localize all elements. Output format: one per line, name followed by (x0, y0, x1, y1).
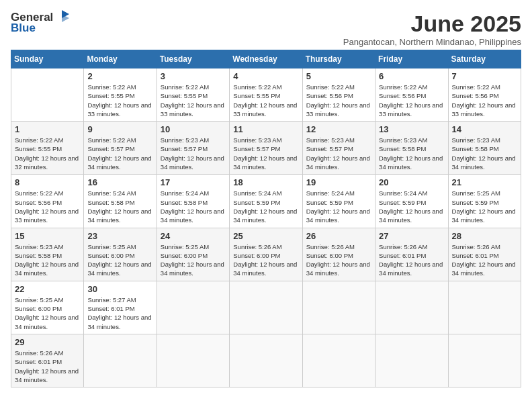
table-row: 21 Sunrise: 5:25 AMSunset: 5:59 PMDaylig… (448, 175, 521, 228)
day-number: 24 (161, 231, 226, 241)
day-info: Sunrise: 5:23 AMSunset: 5:58 PMDaylight:… (452, 136, 516, 171)
day-number: 11 (233, 124, 298, 134)
day-number: 30 (87, 284, 152, 294)
day-info: Sunrise: 5:26 AMSunset: 6:01 PMDaylight:… (452, 243, 516, 277)
calendar-row: 8 Sunrise: 5:22 AMSunset: 5:56 PMDayligh… (11, 175, 521, 228)
day-info: Sunrise: 5:24 AMSunset: 5:59 PMDaylight:… (306, 189, 370, 224)
day-info: Sunrise: 5:25 AMSunset: 6:00 PMDaylight:… (15, 296, 79, 330)
day-info: Sunrise: 5:22 AMSunset: 5:56 PMDaylight:… (15, 189, 79, 224)
table-row: 25 Sunrise: 5:26 AMSunset: 6:00 PMDaylig… (230, 228, 302, 281)
day-info: Sunrise: 5:23 AMSunset: 5:58 PMDaylight:… (15, 243, 79, 277)
day-info: Sunrise: 5:22 AMSunset: 5:56 PMDaylight:… (379, 83, 443, 118)
day-number: 17 (161, 177, 226, 187)
table-row: 9 Sunrise: 5:22 AMSunset: 5:57 PMDayligh… (84, 122, 157, 175)
calendar-row: 1 Sunrise: 5:22 AMSunset: 5:55 PMDayligh… (11, 122, 521, 175)
day-info: Sunrise: 5:26 AMSunset: 6:00 PMDaylight:… (306, 243, 370, 277)
table-row: 17 Sunrise: 5:24 AMSunset: 5:58 PMDaylig… (157, 175, 229, 228)
col-friday: Friday (375, 50, 448, 68)
table-row (375, 334, 448, 387)
day-number: 3 (161, 71, 226, 81)
day-info: Sunrise: 5:25 AMSunset: 6:00 PMDaylight:… (87, 243, 151, 277)
day-number: 16 (87, 177, 152, 187)
table-row: 23 Sunrise: 5:25 AMSunset: 6:00 PMDaylig… (84, 228, 157, 281)
day-number: 10 (161, 124, 226, 134)
day-number: 13 (379, 124, 444, 134)
table-row: 15 Sunrise: 5:23 AMSunset: 5:58 PMDaylig… (11, 228, 84, 281)
table-row: 3 Sunrise: 5:22 AMSunset: 5:55 PMDayligh… (157, 68, 229, 122)
day-info: Sunrise: 5:22 AMSunset: 5:55 PMDaylight:… (233, 83, 297, 118)
day-number: 14 (452, 124, 517, 134)
page-container: General Blue June 2025 Pangantocan, Nort… (11, 11, 521, 387)
table-row: 13 Sunrise: 5:23 AMSunset: 5:58 PMDaylig… (375, 122, 448, 175)
day-info: Sunrise: 5:23 AMSunset: 5:58 PMDaylight:… (379, 136, 443, 171)
col-tuesday: Tuesday (157, 50, 229, 68)
table-row (302, 334, 375, 387)
day-number: 20 (379, 177, 444, 187)
day-info: Sunrise: 5:22 AMSunset: 5:55 PMDaylight:… (87, 83, 151, 118)
table-row: 8 Sunrise: 5:22 AMSunset: 5:56 PMDayligh… (11, 175, 84, 228)
day-number: 27 (379, 231, 444, 241)
day-info: Sunrise: 5:22 AMSunset: 5:56 PMDaylight:… (306, 83, 370, 118)
table-row: 26 Sunrise: 5:26 AMSunset: 6:00 PMDaylig… (302, 228, 375, 281)
table-row: 7 Sunrise: 5:22 AMSunset: 5:56 PMDayligh… (448, 68, 521, 122)
table-row (230, 281, 302, 334)
day-info: Sunrise: 5:23 AMSunset: 5:57 PMDaylight:… (233, 136, 297, 171)
calendar-row: 22 Sunrise: 5:25 AMSunset: 6:00 PMDaylig… (11, 281, 521, 334)
day-number: 15 (15, 231, 80, 241)
table-row (157, 334, 229, 387)
table-row (11, 68, 84, 122)
title-section: June 2025 Pangantocan, Northern Mindanao… (343, 11, 521, 47)
day-number: 29 (15, 337, 80, 347)
day-info: Sunrise: 5:23 AMSunset: 5:57 PMDaylight:… (161, 136, 224, 171)
col-wednesday: Wednesday (230, 50, 302, 68)
table-row: 22 Sunrise: 5:25 AMSunset: 6:00 PMDaylig… (11, 281, 84, 334)
day-number: 7 (452, 71, 517, 81)
table-row: 1 Sunrise: 5:22 AMSunset: 5:55 PMDayligh… (11, 122, 84, 175)
table-row: 2 Sunrise: 5:22 AMSunset: 5:55 PMDayligh… (84, 68, 157, 122)
day-info: Sunrise: 5:25 AMSunset: 6:00 PMDaylight:… (161, 243, 224, 277)
day-info: Sunrise: 5:24 AMSunset: 5:59 PMDaylight:… (233, 189, 297, 224)
day-number: 21 (452, 177, 517, 187)
day-number: 26 (306, 231, 371, 241)
day-number: 18 (233, 177, 298, 187)
table-row: 4 Sunrise: 5:22 AMSunset: 5:55 PMDayligh… (230, 68, 302, 122)
table-row: 11 Sunrise: 5:23 AMSunset: 5:57 PMDaylig… (230, 122, 302, 175)
table-row: 16 Sunrise: 5:24 AMSunset: 5:58 PMDaylig… (84, 175, 157, 228)
table-row: 30 Sunrise: 5:27 AMSunset: 6:01 PMDaylig… (84, 281, 157, 334)
table-row: 24 Sunrise: 5:25 AMSunset: 6:00 PMDaylig… (157, 228, 229, 281)
table-row: 28 Sunrise: 5:26 AMSunset: 6:01 PMDaylig… (448, 228, 521, 281)
day-info: Sunrise: 5:24 AMSunset: 5:58 PMDaylight:… (161, 189, 224, 224)
logo: General Blue (11, 11, 69, 35)
table-row: 27 Sunrise: 5:26 AMSunset: 6:01 PMDaylig… (375, 228, 448, 281)
table-row (230, 334, 302, 387)
day-number: 9 (87, 124, 152, 134)
day-number: 6 (379, 71, 444, 81)
table-row: 12 Sunrise: 5:23 AMSunset: 5:57 PMDaylig… (302, 122, 375, 175)
table-row (375, 281, 448, 334)
day-info: Sunrise: 5:24 AMSunset: 5:59 PMDaylight:… (379, 189, 443, 224)
calendar-header-row: Sunday Monday Tuesday Wednesday Thursday… (11, 50, 521, 68)
table-row (84, 334, 157, 387)
table-row: 6 Sunrise: 5:22 AMSunset: 5:56 PMDayligh… (375, 68, 448, 122)
day-number: 8 (15, 177, 80, 187)
table-row (157, 281, 229, 334)
day-number: 28 (452, 231, 517, 241)
calendar-table: Sunday Monday Tuesday Wednesday Thursday… (11, 50, 521, 387)
day-number: 4 (233, 71, 298, 81)
day-info: Sunrise: 5:22 AMSunset: 5:55 PMDaylight:… (161, 83, 224, 118)
day-number: 1 (15, 124, 80, 134)
col-sunday: Sunday (11, 50, 84, 68)
day-info: Sunrise: 5:22 AMSunset: 5:55 PMDaylight:… (15, 136, 79, 171)
table-row: 20 Sunrise: 5:24 AMSunset: 5:59 PMDaylig… (375, 175, 448, 228)
table-row: 19 Sunrise: 5:24 AMSunset: 5:59 PMDaylig… (302, 175, 375, 228)
col-saturday: Saturday (448, 50, 521, 68)
day-number: 25 (233, 231, 298, 241)
day-info: Sunrise: 5:27 AMSunset: 6:01 PMDaylight:… (87, 296, 151, 330)
calendar-row: 2 Sunrise: 5:22 AMSunset: 5:55 PMDayligh… (11, 68, 521, 122)
col-thursday: Thursday (302, 50, 375, 68)
header: General Blue June 2025 Pangantocan, Nort… (11, 11, 521, 47)
logo-blue-text: Blue (11, 21, 36, 35)
day-info: Sunrise: 5:26 AMSunset: 6:00 PMDaylight:… (233, 243, 297, 277)
day-info: Sunrise: 5:22 AMSunset: 5:56 PMDaylight:… (452, 83, 516, 118)
day-number: 2 (87, 71, 152, 81)
